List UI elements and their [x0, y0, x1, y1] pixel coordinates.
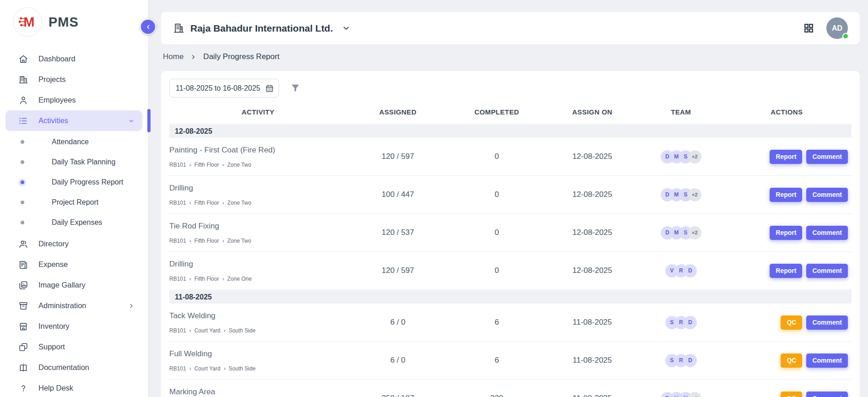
- path-segment: Fifth Floor: [194, 238, 219, 244]
- bullet-dot-icon: [18, 199, 26, 207]
- list-icon: [18, 116, 28, 126]
- sidebar-item-label: Employees: [38, 96, 76, 104]
- sidebar-subitem-daily-progress-report[interactable]: Daily Progress Report: [0, 172, 148, 192]
- assigned-value: 6 / 0: [347, 356, 449, 365]
- bullet-dot-icon: [18, 138, 26, 146]
- path-segment: South Side: [229, 365, 256, 372]
- user-avatar[interactable]: AD: [826, 17, 848, 39]
- top-bar: Raja Bahadur International Ltd. AD: [161, 12, 860, 44]
- sidebar-item-inventory[interactable]: Inventory: [5, 316, 142, 337]
- qc-button[interactable]: QC: [781, 392, 802, 397]
- activity-title: Drilling: [169, 260, 342, 269]
- row-actions: QCComment: [722, 315, 852, 330]
- sidebar-subitem-daily-expenses[interactable]: Daily Expenses: [0, 212, 148, 233]
- date-range-value: 11-08-2025 to 16-08-2025: [176, 84, 260, 92]
- company-selector[interactable]: Raja Bahadur International Ltd.: [173, 22, 350, 34]
- comment-button[interactable]: Comment: [806, 150, 848, 164]
- comment-button[interactable]: Comment: [806, 392, 848, 397]
- qc-button[interactable]: QC: [781, 315, 802, 330]
- sidebar-subitem-project-report[interactable]: Project Report: [0, 192, 148, 212]
- path-segment: Court Yard: [194, 365, 221, 372]
- completed-value: 0: [449, 190, 545, 199]
- activity-row: Marking Area RB101›Fifth Floor›Zone Two …: [169, 380, 852, 397]
- path-chevron-icon: ›: [222, 238, 224, 244]
- sidebar-item-expense[interactable]: Expense: [5, 254, 142, 275]
- sidebar-item-directory[interactable]: Directory: [5, 234, 142, 254]
- activity-location-path: RB101›Court Yard›South Side: [169, 365, 342, 372]
- filter-funnel-icon[interactable]: [290, 83, 301, 93]
- path-segment: Fifth Floor: [194, 200, 219, 206]
- path-chevron-icon: ›: [189, 200, 191, 206]
- sidebar-item-support[interactable]: Support: [5, 337, 142, 357]
- column-header-completed: COMPLETED: [449, 108, 545, 116]
- apps-grid-icon[interactable]: [803, 22, 814, 34]
- sidebar-subitem-attendance[interactable]: Attendance: [0, 132, 148, 152]
- report-button[interactable]: Report: [770, 188, 802, 202]
- assign-on-date: 11-08-2025: [545, 318, 640, 327]
- assign-on-date: 11-08-2025: [545, 356, 640, 365]
- sidebar-item-dashboard[interactable]: Dashboard: [5, 49, 142, 69]
- group-date: 11-08-2025: [175, 293, 212, 301]
- sidebar-item-label: Support: [38, 343, 65, 351]
- comment-button[interactable]: Comment: [806, 264, 848, 278]
- sidebar-item-help-desk[interactable]: Help Desk: [5, 378, 142, 397]
- breadcrumb-home-link[interactable]: Home: [163, 52, 183, 61]
- people-icon: [18, 239, 28, 249]
- top-right-actions: AD: [803, 17, 848, 39]
- sidebar-item-image-gallary[interactable]: Image Gallary: [5, 275, 142, 295]
- archive-icon: [18, 301, 28, 311]
- m-monogram-icon: M: [17, 11, 38, 33]
- content-card: 11-08-2025 to 16-08-2025 ACTIVITYASSIGNE…: [161, 71, 860, 397]
- path-segment: RB101: [169, 276, 186, 282]
- sidebar-item-activities[interactable]: Activities: [5, 110, 142, 131]
- sidebar-item-administration[interactable]: Administration: [5, 295, 142, 316]
- sidebar-item-label: Dashboard: [38, 54, 75, 63]
- bullet-dot-icon: [18, 158, 26, 166]
- activity-title: Tie Rod Fixing: [169, 222, 342, 231]
- path-chevron-icon: ›: [224, 365, 226, 372]
- report-button[interactable]: Report: [770, 226, 802, 240]
- completed-value: 0: [449, 228, 545, 237]
- path-segment: Zone Two: [227, 238, 251, 244]
- activity-row: Drilling RB101›Fifth Floor›Zone One 120 …: [169, 252, 852, 290]
- sidebar-item-documentation[interactable]: Documentation: [5, 357, 142, 378]
- path-segment: South Side: [229, 327, 256, 334]
- date-group-row: 11-08-2025: [169, 290, 852, 304]
- chevron-right-icon: [190, 54, 196, 60]
- sidebar-subitem-daily-task-planning[interactable]: Daily Task Planning: [0, 152, 148, 172]
- report-button[interactable]: Report: [770, 264, 802, 278]
- comment-button[interactable]: Comment: [806, 188, 848, 202]
- comment-button[interactable]: Comment: [806, 226, 848, 240]
- report-button[interactable]: Report: [770, 150, 802, 164]
- team-member-avatar: D: [684, 316, 697, 329]
- sidebar-subitem-label: Attendance: [52, 138, 89, 146]
- date-range-input[interactable]: 11-08-2025 to 16-08-2025: [169, 79, 279, 98]
- comment-button[interactable]: Comment: [806, 315, 848, 330]
- path-chevron-icon: ›: [189, 365, 191, 372]
- activity-title: Full Welding: [169, 349, 342, 359]
- path-segment: RB101: [169, 200, 186, 206]
- comment-button[interactable]: Comment: [806, 353, 848, 368]
- sidebar-collapse-button[interactable]: [140, 19, 156, 35]
- column-header-actions: ACTIONS: [722, 108, 852, 116]
- activity-row: Tie Rod Fixing RB101›Fifth Floor›Zone Tw…: [169, 214, 852, 252]
- office-building-icon: [173, 22, 184, 34]
- row-actions: ReportComment: [722, 150, 852, 164]
- team-avatars: SRD: [640, 316, 722, 329]
- avatar-initials: AD: [832, 24, 842, 33]
- assign-on-date: 12-08-2025: [545, 190, 640, 199]
- path-segment: RB101: [169, 162, 186, 168]
- assigned-value: 250 / 187: [347, 394, 449, 397]
- sidebar-item-employees[interactable]: Employees: [5, 90, 142, 110]
- activity-location-path: RB101›Fifth Floor›Zone One: [169, 276, 342, 282]
- online-status-dot: [842, 33, 849, 39]
- brand-area: M PMS: [0, 0, 148, 43]
- column-header-team: TEAM: [640, 108, 722, 116]
- sidebar-item-label: Directory: [38, 239, 69, 248]
- qc-button[interactable]: QC: [781, 353, 802, 368]
- path-segment: RB101: [169, 365, 186, 372]
- bullet-dot-icon: [18, 179, 26, 186]
- sidebar-item-projects[interactable]: Projects: [5, 69, 142, 90]
- team-member-avatar: D: [684, 354, 697, 367]
- team-overflow-badge: +2: [688, 392, 701, 397]
